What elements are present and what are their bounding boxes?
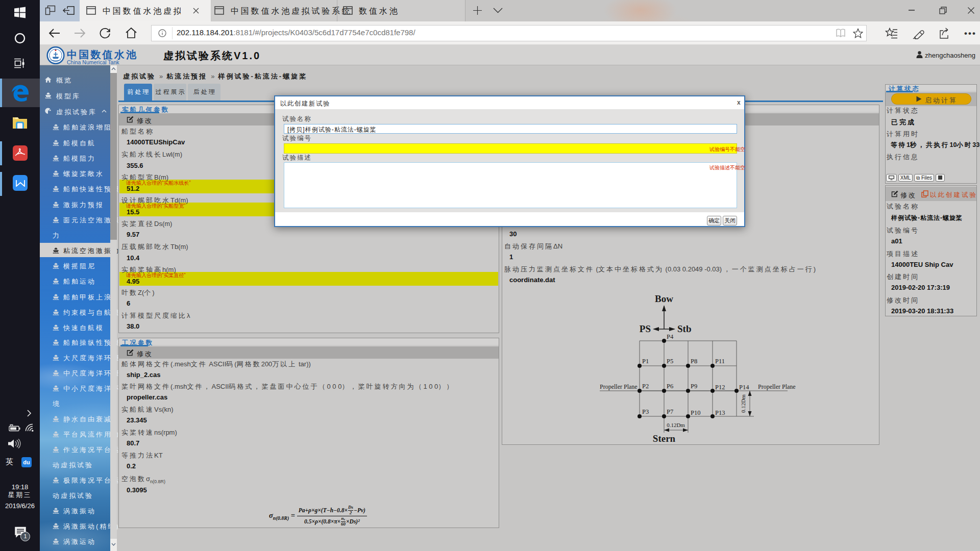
svg-text:Propeller Plane: Propeller Plane bbox=[600, 383, 638, 390]
svg-text:P5: P5 bbox=[667, 358, 673, 365]
svg-text:P12: P12 bbox=[715, 384, 725, 391]
svg-text:P3: P3 bbox=[642, 408, 649, 415]
svg-text:Stb: Stb bbox=[677, 323, 691, 334]
svg-text:P7: P7 bbox=[667, 408, 673, 415]
svg-text:P9: P9 bbox=[691, 383, 697, 390]
svg-text:0.12Dm: 0.12Dm bbox=[667, 422, 685, 428]
svg-text:Bow: Bow bbox=[655, 293, 673, 304]
svg-text:P13: P13 bbox=[715, 409, 725, 416]
svg-text:Stern: Stern bbox=[653, 433, 676, 444]
svg-text:0.12Dm: 0.12Dm bbox=[740, 394, 746, 413]
svg-text:P10: P10 bbox=[691, 409, 700, 416]
svg-text:P4: P4 bbox=[667, 333, 674, 340]
svg-text:P6: P6 bbox=[667, 383, 673, 390]
svg-text:PS: PS bbox=[640, 323, 651, 334]
svg-text:Propeller Plane: Propeller Plane bbox=[758, 383, 796, 390]
svg-text:P2: P2 bbox=[642, 383, 649, 390]
svg-text:P1: P1 bbox=[642, 358, 649, 365]
svg-text:P14: P14 bbox=[739, 384, 749, 391]
svg-text:P11: P11 bbox=[715, 358, 725, 365]
svg-text:P8: P8 bbox=[691, 358, 697, 365]
